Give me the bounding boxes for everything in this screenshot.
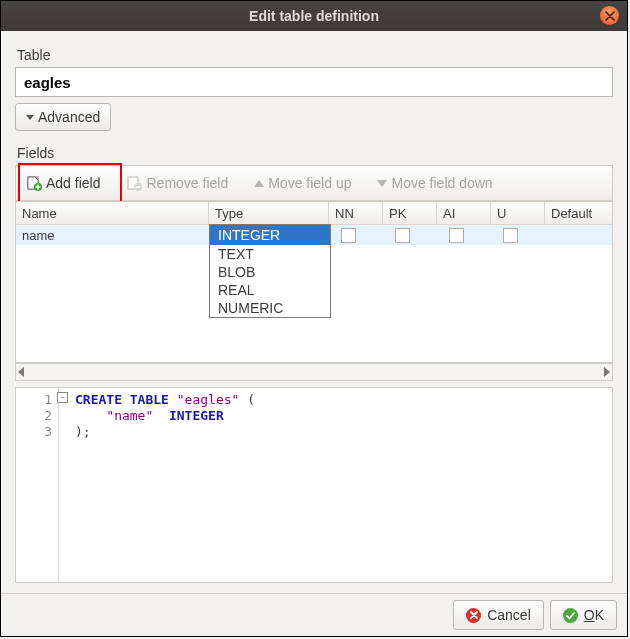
sql-code[interactable]: CREATE TABLE "eagles" ( "name" INTEGER )… — [59, 388, 261, 582]
cancel-button[interactable]: Cancel — [453, 600, 544, 630]
sql-field: "name" — [106, 408, 153, 423]
type-option-real[interactable]: REAL — [210, 281, 330, 299]
nn-checkbox[interactable] — [341, 228, 356, 243]
remove-field-icon — [126, 175, 142, 191]
scroll-left-icon[interactable] — [18, 367, 24, 377]
sql-table-name: "eagles" — [177, 392, 240, 407]
sql-open: ( — [239, 392, 255, 407]
dialog-body: Table Advanced Fields Add field — [1, 31, 627, 593]
col-header-nn[interactable]: NN — [329, 202, 383, 224]
fold-icon[interactable]: - — [57, 392, 68, 403]
col-header-pk[interactable]: PK — [383, 202, 437, 224]
type-option-blob[interactable]: BLOB — [210, 263, 330, 281]
dialog-window: Edit table definition Table Advanced Fie… — [0, 0, 628, 637]
ok-label: OK — [584, 607, 604, 623]
col-header-u[interactable]: U — [491, 202, 545, 224]
advanced-label: Advanced — [38, 109, 100, 125]
u-checkbox[interactable] — [503, 228, 518, 243]
cancel-icon — [466, 608, 481, 623]
col-header-default[interactable]: Default — [545, 202, 612, 224]
add-field-button[interactable]: Add field — [18, 172, 108, 194]
cell-default[interactable] — [545, 225, 612, 245]
add-field-label: Add field — [46, 175, 100, 191]
ok-button[interactable]: OK — [550, 600, 617, 630]
ok-icon — [563, 608, 578, 623]
fields-grid[interactable]: Name Type NN PK AI U Default name INTEGE… — [15, 201, 613, 363]
type-option-text[interactable]: TEXT — [210, 245, 330, 263]
move-up-button: Move field up — [246, 172, 359, 194]
move-up-label: Move field up — [268, 175, 351, 191]
kw-create: CREATE TABLE — [75, 392, 177, 407]
line-gutter: 1 2 3 - — [16, 388, 59, 582]
sql-sp — [153, 408, 169, 423]
advanced-button[interactable]: Advanced — [15, 103, 111, 131]
sql-preview: 1 2 3 - CREATE TABLE "eagles" ( "name" I… — [15, 387, 613, 583]
col-header-type[interactable]: Type — [209, 202, 329, 224]
col-header-ai[interactable]: AI — [437, 202, 491, 224]
button-bar: Cancel OK — [1, 593, 627, 636]
window-title: Edit table definition — [1, 8, 627, 24]
type-option-integer[interactable]: INTEGER — [210, 225, 330, 245]
cell-field-name[interactable]: name — [16, 225, 209, 245]
sql-indent — [75, 408, 106, 423]
type-dropdown[interactable]: INTEGER TEXT BLOB REAL NUMERIC — [209, 224, 331, 318]
table-name-input[interactable] — [15, 67, 613, 97]
grid-header: Name Type NN PK AI U Default — [16, 202, 612, 225]
col-header-name[interactable]: Name — [16, 202, 209, 224]
arrow-up-icon — [254, 180, 264, 187]
remove-field-label: Remove field — [146, 175, 228, 191]
horizontal-scrollbar[interactable] — [15, 363, 613, 381]
scroll-right-icon[interactable] — [604, 367, 610, 377]
fields-toolbar: Add field Remove field Move field up Mov… — [15, 165, 613, 201]
ai-checkbox[interactable] — [449, 228, 464, 243]
sql-close: ); — [75, 424, 91, 439]
pk-checkbox[interactable] — [395, 228, 410, 243]
table-section-label: Table — [17, 47, 611, 63]
move-down-label: Move field down — [391, 175, 492, 191]
chevron-down-icon — [26, 115, 34, 120]
close-icon[interactable] — [600, 6, 619, 25]
fields-section-label: Fields — [17, 145, 611, 161]
cancel-label: Cancel — [487, 607, 531, 623]
type-option-numeric[interactable]: NUMERIC — [210, 299, 330, 317]
titlebar: Edit table definition — [1, 1, 627, 31]
move-down-button: Move field down — [369, 172, 500, 194]
remove-field-button: Remove field — [118, 172, 236, 194]
kw-type: INTEGER — [169, 408, 224, 423]
arrow-down-icon — [377, 180, 387, 187]
add-field-icon — [26, 175, 42, 191]
